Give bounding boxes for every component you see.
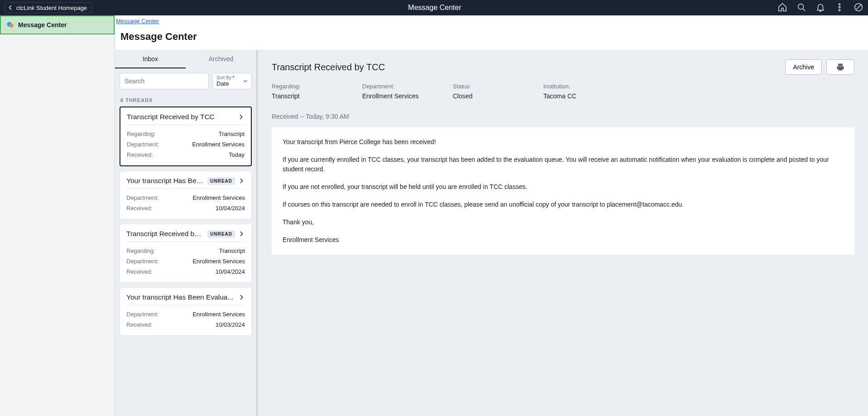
- meta-item: Regarding:Transcript: [272, 83, 344, 100]
- search-icon[interactable]: [796, 2, 806, 14]
- tab-inbox[interactable]: Inbox: [115, 50, 186, 68]
- thread-meta-row: Department:Enrollment Services: [126, 256, 245, 266]
- thread-meta-row: Received:Today: [127, 150, 245, 160]
- more-icon[interactable]: [834, 2, 844, 14]
- svg-point-3: [839, 6, 840, 8]
- meta-grid: Regarding:TranscriptDepartment:Enrollmen…: [272, 75, 854, 106]
- unread-badge: UNREAD: [207, 177, 235, 185]
- svg-point-2: [839, 3, 840, 5]
- thread-meta-row: Department:Enrollment Services: [127, 139, 245, 150]
- print-button[interactable]: [826, 59, 854, 75]
- detail-actions: Archive: [785, 59, 854, 75]
- home-icon[interactable]: [777, 2, 787, 14]
- layout: Message Center Message Center Message Ce…: [0, 15, 868, 416]
- sort-select[interactable]: Sort By:* Date: [212, 73, 252, 89]
- chevron-down-icon: [242, 78, 249, 84]
- thread-meta-row: Department:Enrollment Services: [126, 309, 245, 319]
- meta-item: Department:Enrollment Services: [362, 83, 435, 100]
- breadcrumb-link[interactable]: Message Center: [116, 18, 159, 24]
- controls: Sort By:* Date: [115, 68, 256, 94]
- thread-meta-row: Received:10/04/2024: [126, 203, 245, 213]
- thread-card[interactable]: Transcript Received by TCCRegarding:Tran…: [120, 106, 252, 166]
- thread-list[interactable]: Transcript Received by TCCRegarding:Tran…: [115, 106, 256, 416]
- message-paragraph: If courses on this transcript are needed…: [283, 200, 844, 209]
- detail-head: Transcript Received by TCC Archive: [272, 59, 854, 75]
- chevron-right-icon: [238, 177, 245, 184]
- meta-item: Status:Closed: [453, 83, 525, 100]
- svg-point-0: [798, 4, 804, 9]
- page-header-title: Message Center: [92, 4, 777, 12]
- thread-column: Inbox Archived Sort By:* Date 6 THREADS …: [115, 50, 258, 416]
- thread-meta-row: Received:10/03/2024: [126, 319, 245, 330]
- archive-button[interactable]: Archive: [785, 59, 822, 75]
- thread-title: Your transcript Has Been Evalua...: [126, 293, 235, 301]
- search-input[interactable]: [120, 73, 209, 89]
- chevron-right-icon: [238, 230, 245, 237]
- body-split: Inbox Archived Sort By:* Date 6 THREADS …: [115, 50, 868, 416]
- accessibility-icon[interactable]: [854, 2, 863, 14]
- thread-title: Your transcript Has Bee...: [126, 177, 205, 185]
- print-icon: [836, 63, 845, 72]
- sidebar: Message Center: [0, 15, 115, 416]
- sidebar-item-message-center[interactable]: Message Center: [0, 15, 115, 34]
- received-line: Received -- Today, 9:30 AM: [272, 106, 854, 127]
- message-paragraph: Thank you,: [283, 218, 844, 227]
- thread-count: 6 THREADS: [115, 94, 256, 106]
- meta-item: Institution:Tacoma CC: [543, 83, 616, 100]
- topbar-icons: [777, 2, 863, 14]
- svg-line-6: [856, 4, 862, 10]
- breadcrumb: Message Center: [115, 15, 868, 24]
- tab-archived[interactable]: Archived: [186, 50, 256, 68]
- thread-title: Transcript Received by ...: [126, 230, 205, 238]
- content: Message Center Message Center Inbox Arch…: [115, 15, 868, 416]
- message-body: Your transcript from Pierce College has …: [272, 127, 854, 255]
- thread-title: Transcript Received by TCC: [127, 113, 235, 121]
- message-paragraph: If you are not enrolled, your transcript…: [283, 182, 844, 192]
- svg-point-8: [10, 24, 14, 28]
- page-title: Message Center: [115, 24, 868, 50]
- topbar: ctcLink Student Homepage Message Center: [0, 0, 868, 15]
- thread-meta-row: Regarding:Transcript: [126, 246, 245, 256]
- message-paragraph: If you are currently enrolled in TCC cla…: [283, 155, 844, 174]
- svg-point-4: [839, 9, 840, 10]
- message-paragraph: Your transcript from Pierce College has …: [283, 137, 844, 147]
- thread-card[interactable]: Transcript Received by ...UNREADRegardin…: [120, 224, 252, 283]
- tabs: Inbox Archived: [115, 50, 256, 68]
- chevron-right-icon: [237, 113, 245, 121]
- back-button[interactable]: ctcLink Student Homepage: [5, 2, 92, 13]
- message-paragraph: Enrollment Services: [283, 235, 844, 245]
- bell-icon[interactable]: [815, 2, 825, 14]
- thread-card[interactable]: Your transcript Has Bee...UNREADDepartme…: [120, 171, 252, 219]
- back-label: ctcLink Student Homepage: [16, 5, 87, 11]
- thread-card[interactable]: Your transcript Has Been Evalua...Depart…: [120, 287, 252, 336]
- chevron-left-icon: [7, 4, 14, 11]
- sidebar-item-label: Message Center: [18, 21, 67, 29]
- detail-column: Transcript Received by TCC Archive Regar…: [258, 50, 868, 416]
- thread-meta-row: Received:10/04/2024: [126, 266, 245, 277]
- chevron-right-icon: [238, 294, 245, 301]
- unread-badge: UNREAD: [207, 230, 235, 238]
- svg-line-1: [803, 9, 805, 11]
- thread-meta-row: Department:Enrollment Services: [126, 193, 245, 203]
- chat-icon: [6, 21, 14, 29]
- thread-meta-row: Regarding:Transcript: [127, 129, 245, 139]
- detail-title: Transcript Received by TCC: [272, 62, 385, 73]
